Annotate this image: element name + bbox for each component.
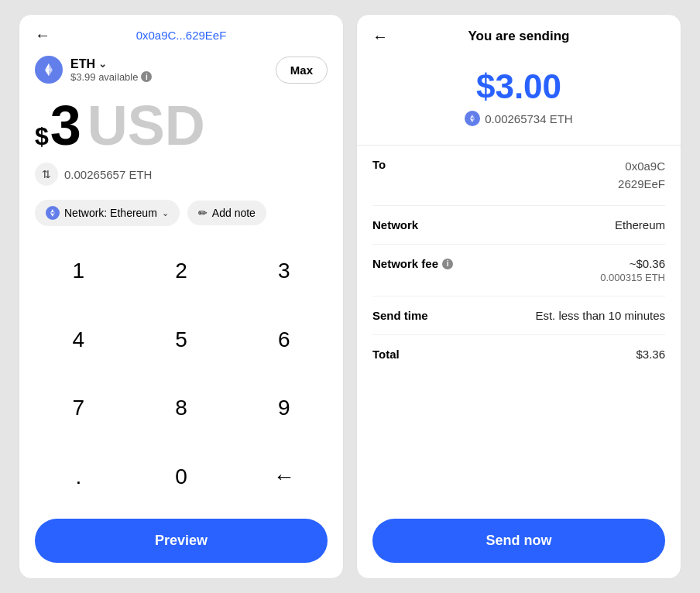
send-eth-text: 0.00265734 ETH [485, 112, 572, 125]
key-1[interactable]: 1 [27, 237, 130, 306]
network-fee-label: Network fee i [372, 257, 453, 270]
network-fee-row: Network fee i ~$0.36 0.000315 ETH [372, 245, 665, 296]
network-fee-value: ~$0.36 [600, 257, 665, 270]
total-row: Total $3.36 [372, 335, 665, 373]
token-chevron-icon: ⌄ [98, 58, 107, 70]
add-note-button[interactable]: ✏ Add note [187, 201, 266, 225]
send-dollar-amount: $3.00 [476, 67, 561, 106]
key-5[interactable]: 5 [130, 306, 233, 375]
svg-marker-7 [50, 209, 53, 213]
svg-marker-11 [470, 115, 472, 118]
key-7[interactable]: 7 [27, 374, 130, 443]
options-row: Network: Ethereum ⌄ ✏ Add note [19, 197, 343, 237]
network-value: Ethereum [615, 218, 665, 231]
svg-marker-2 [49, 70, 53, 76]
key-4[interactable]: 4 [27, 306, 130, 375]
total-label: Total [372, 348, 400, 361]
network-label: Network [372, 218, 418, 231]
key-3[interactable]: 3 [232, 237, 335, 306]
amount-number: 3 [50, 98, 81, 153]
network-fee-values: ~$0.36 0.000315 ETH [600, 257, 665, 283]
currency-label: USD [88, 98, 205, 153]
preview-button[interactable]: Preview [35, 519, 328, 563]
eth-icon [35, 56, 63, 84]
svg-marker-3 [45, 70, 49, 76]
network-btn-label: Network: Ethereum [64, 207, 157, 219]
send-panel: ← 0x0a9C...629EeF ETH [19, 14, 344, 579]
key-2[interactable]: 2 [130, 237, 233, 306]
network-fee-label-text: Network fee [372, 257, 438, 270]
pencil-icon: ✏ [198, 207, 208, 219]
send-time-row: Send time Est. less than 10 minutes [372, 296, 665, 335]
token-text: ETH ⌄ $3.99 available i [70, 57, 152, 83]
send-time-value: Est. less than 10 minutes [535, 309, 665, 322]
send-eth-icon [465, 111, 480, 126]
details-section: To 0x0a9C 2629EeF Network Ethereum Netwo… [357, 146, 681, 511]
svg-marker-13 [470, 118, 472, 122]
network-chevron-icon: ⌄ [162, 208, 169, 218]
add-note-label: Add note [212, 207, 256, 219]
svg-marker-6 [53, 209, 55, 213]
to-address: 0x0a9C 2629EeF [618, 158, 665, 193]
to-label: To [372, 158, 386, 171]
key-backspace[interactable]: ← [232, 443, 335, 512]
svg-marker-8 [53, 213, 55, 217]
eth-amount-row: ⇅ 0.00265657 ETH [19, 158, 343, 197]
token-info: ETH ⌄ $3.99 available i [35, 56, 152, 84]
back-button[interactable]: ← [35, 26, 50, 44]
key-6[interactable]: 6 [232, 306, 335, 375]
svg-marker-10 [472, 115, 475, 118]
send-time-label: Send time [372, 309, 428, 322]
token-name[interactable]: ETH ⌄ [70, 57, 152, 71]
key-8[interactable]: 8 [130, 374, 233, 443]
network-button[interactable]: Network: Ethereum ⌄ [35, 200, 180, 226]
panel-title: You are sending [468, 29, 570, 44]
right-header: ← You are sending [357, 15, 681, 52]
key-9[interactable]: 9 [232, 374, 335, 443]
network-icon [46, 206, 60, 220]
wallet-address[interactable]: 0x0a9C...629EeF [136, 29, 227, 42]
to-row: To 0x0a9C 2629EeF [372, 146, 665, 206]
eth-amount-text: 0.00265657 ETH [64, 168, 152, 181]
svg-marker-12 [472, 118, 475, 122]
svg-marker-9 [50, 213, 53, 217]
token-balance: $3.99 available i [70, 71, 152, 83]
confirm-panel: ← You are sending $3.00 0.00265734 ETH [356, 14, 681, 579]
amount-display: $ 3 USD [19, 90, 343, 158]
key-decimal[interactable]: . [27, 443, 130, 512]
right-back-button[interactable]: ← [372, 28, 388, 46]
info-icon[interactable]: i [141, 71, 152, 82]
send-eth-row: 0.00265734 ETH [465, 111, 572, 126]
send-now-button[interactable]: Send now [372, 519, 665, 563]
app-container: ← 0x0a9C...629EeF ETH [0, 0, 700, 593]
send-amount-section: $3.00 0.00265734 ETH [357, 52, 681, 146]
swap-icon[interactable]: ⇅ [35, 163, 58, 186]
token-name-label: ETH [70, 57, 95, 71]
fee-info-icon[interactable]: i [442, 259, 453, 269]
numpad: 123456789.0← [19, 237, 343, 511]
token-row: ETH ⌄ $3.99 available i Max [19, 50, 343, 90]
dollar-sign: $ [35, 122, 49, 151]
max-button[interactable]: Max [276, 57, 328, 84]
to-address-line1: 0x0a9C [618, 158, 665, 176]
key-0[interactable]: 0 [130, 443, 233, 512]
to-address-line2: 2629EeF [618, 176, 665, 194]
token-balance-value: $3.99 available [70, 71, 138, 83]
network-fee-sub-value: 0.000315 ETH [600, 272, 665, 283]
network-row: Network Ethereum [372, 206, 665, 245]
total-value: $3.36 [636, 348, 665, 361]
left-header: ← 0x0a9C...629EeF [19, 15, 343, 50]
